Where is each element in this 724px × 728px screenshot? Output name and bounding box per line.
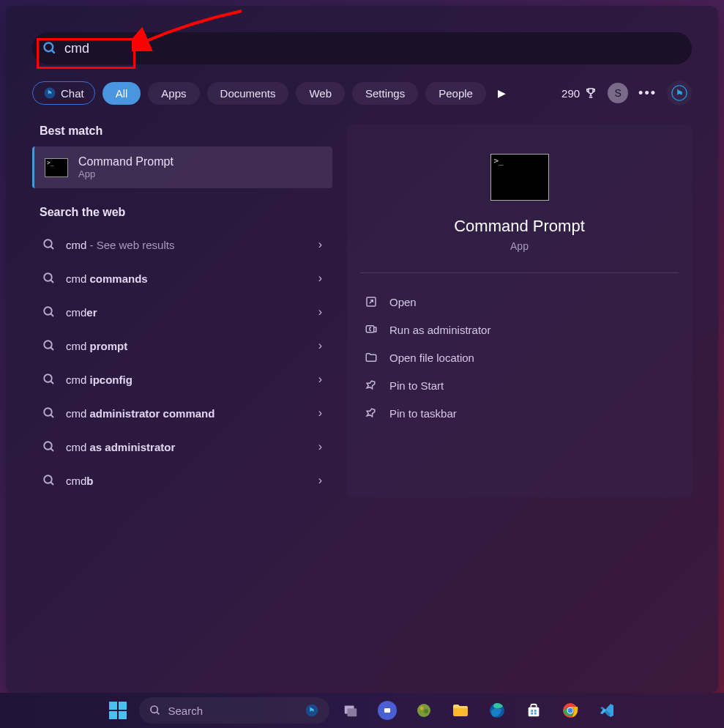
taskbar-app-store[interactable] — [518, 697, 549, 724]
web-search-heading: Search the web — [32, 206, 332, 219]
svg-point-12 — [44, 374, 52, 382]
tab-apps[interactable]: Apps — [148, 82, 199, 105]
taskbar-app-chat[interactable] — [372, 697, 403, 724]
svg-rect-35 — [531, 713, 533, 715]
action-label: Open file location — [389, 352, 474, 364]
taskbar-app-edge[interactable] — [482, 697, 512, 724]
svg-rect-27 — [384, 708, 389, 713]
svg-rect-34 — [534, 710, 536, 712]
detail-subtitle: App — [360, 240, 679, 252]
svg-point-14 — [44, 408, 52, 416]
chat-icon — [378, 701, 397, 720]
more-tabs-button[interactable]: ▶ — [498, 87, 506, 99]
points-value: 290 — [561, 87, 580, 100]
start-button[interactable] — [102, 697, 133, 724]
task-view-button[interactable] — [335, 697, 366, 724]
svg-point-18 — [44, 475, 52, 483]
svg-point-4 — [44, 239, 52, 248]
chevron-right-icon: › — [318, 238, 322, 251]
tab-documents[interactable]: Documents — [207, 82, 289, 105]
open-icon — [365, 295, 378, 308]
tab-people[interactable]: People — [425, 82, 486, 105]
action-pin-start[interactable]: Pin to Start — [360, 371, 679, 399]
web-result-text: cmd - See web results — [66, 239, 318, 251]
tab-all[interactable]: All — [102, 82, 141, 105]
divider — [360, 272, 679, 273]
taskbar-app-vscode[interactable] — [591, 697, 622, 724]
taskbar-search[interactable]: Search — [139, 697, 329, 724]
best-match-result[interactable]: Command Prompt App — [32, 146, 332, 188]
windows-icon — [109, 702, 127, 719]
user-avatar[interactable]: S — [608, 83, 628, 103]
web-result[interactable]: cmder › — [32, 295, 332, 329]
action-label: Pin to Start — [389, 379, 444, 392]
more-options-button[interactable]: ••• — [638, 86, 657, 101]
action-pin-taskbar[interactable]: Pin to taskbar — [360, 399, 679, 427]
svg-point-22 — [151, 706, 157, 713]
chevron-right-icon: › — [318, 440, 322, 453]
svg-point-8 — [44, 307, 52, 315]
task-view-icon — [343, 702, 359, 718]
tab-settings[interactable]: Settings — [352, 82, 418, 105]
tab-chat-label: Chat — [61, 87, 84, 100]
search-input[interactable] — [64, 41, 682, 56]
taskbar-app-chrome[interactable] — [555, 697, 586, 724]
rewards-points[interactable]: 290 — [561, 86, 597, 100]
action-label: Run as administrator — [389, 324, 490, 336]
detail-pane: Command Prompt App Open Run as administr… — [347, 125, 692, 497]
web-result-text: cmder — [66, 306, 318, 319]
web-result-text: cmdb — [66, 475, 318, 487]
folder-icon — [452, 702, 469, 719]
svg-point-28 — [417, 704, 430, 717]
best-match-title: Command Prompt — [78, 155, 173, 168]
action-run-admin[interactable]: Run as administrator — [360, 316, 679, 343]
svg-point-29 — [419, 707, 423, 710]
chameleon-icon — [415, 702, 433, 719]
tab-chat[interactable]: Chat — [32, 81, 95, 105]
search-icon — [42, 440, 56, 453]
search-panel: Chat All Apps Documents Web Settings Peo… — [6, 6, 718, 693]
web-result[interactable]: cmd - See web results › — [32, 228, 332, 261]
web-result[interactable]: cmd administrator command › — [32, 396, 332, 430]
web-result-text: cmd commands — [66, 272, 318, 285]
web-result[interactable]: cmd ipconfig › — [32, 363, 332, 396]
svg-line-11 — [51, 347, 53, 350]
svg-line-5 — [51, 246, 53, 249]
action-label: Open — [389, 296, 417, 308]
search-icon — [42, 41, 57, 56]
search-icon — [42, 272, 56, 285]
tab-web[interactable]: Web — [296, 82, 345, 105]
svg-line-13 — [51, 381, 53, 384]
bing-chat-button[interactable] — [667, 81, 692, 105]
search-bar[interactable] — [32, 32, 692, 64]
taskbar-app-notepadpp[interactable] — [408, 697, 439, 724]
svg-point-16 — [44, 442, 52, 450]
svg-point-39 — [567, 708, 572, 713]
detail-title: Command Prompt — [360, 217, 679, 236]
search-icon — [42, 406, 56, 420]
best-match-heading: Best match — [32, 125, 332, 138]
edge-icon — [488, 702, 506, 719]
taskbar-search-placeholder: Search — [168, 705, 297, 717]
chevron-right-icon: › — [318, 373, 322, 386]
web-result[interactable]: cmd commands › — [32, 261, 332, 295]
bing-icon — [305, 703, 319, 718]
action-open-location[interactable]: Open file location — [360, 343, 679, 371]
svg-rect-36 — [534, 713, 536, 715]
svg-rect-26 — [347, 708, 357, 716]
svg-rect-33 — [531, 710, 533, 712]
web-result[interactable]: cmd as administrator › — [32, 430, 332, 464]
svg-line-15 — [51, 415, 53, 417]
web-result[interactable]: cmdb › — [32, 464, 332, 497]
bing-chat-icon — [671, 85, 687, 101]
web-result-text: cmd prompt — [66, 340, 318, 352]
svg-line-19 — [51, 482, 53, 485]
taskbar-app-explorer[interactable] — [445, 697, 476, 724]
action-open[interactable]: Open — [360, 288, 679, 316]
svg-line-23 — [157, 712, 159, 714]
chevron-right-icon: › — [318, 339, 322, 352]
pin-icon — [365, 406, 378, 420]
web-result[interactable]: cmd prompt › — [32, 329, 332, 363]
cmd-app-icon — [45, 158, 68, 177]
web-result-text: cmd administrator command — [66, 407, 318, 420]
